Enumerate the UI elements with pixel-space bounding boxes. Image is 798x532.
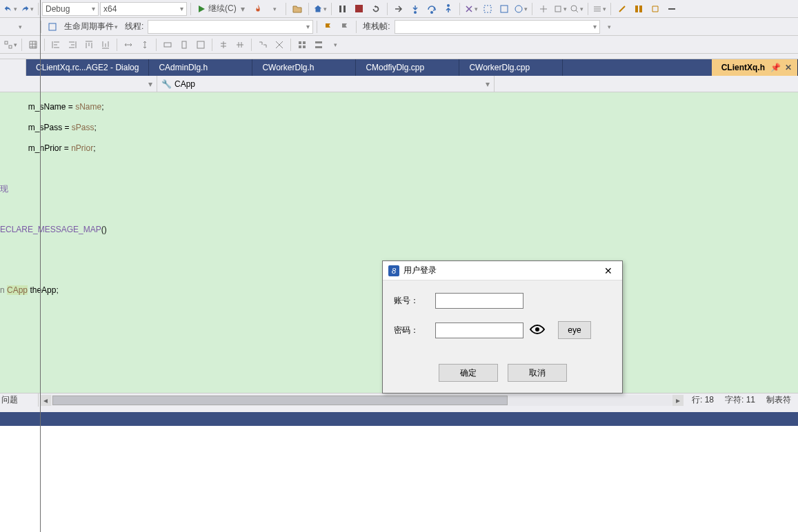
align-top-icon[interactable] — [81, 37, 97, 52]
process-dropdown[interactable] — [3, 19, 37, 34]
toolbar-row-3 — [0, 36, 798, 54]
debug-tool-2-icon[interactable] — [480, 1, 495, 17]
scroll-right-icon[interactable]: ▸ — [672, 395, 684, 406]
eye-button[interactable]: eye — [558, 321, 591, 339]
align-bottom-icon[interactable] — [98, 37, 113, 52]
app-icon: 8 — [388, 265, 399, 276]
grid-icon[interactable] — [26, 37, 41, 52]
tool-d-icon[interactable] — [592, 1, 607, 17]
hot-reload-dropdown[interactable] — [267, 1, 282, 17]
align-right-icon[interactable] — [65, 37, 80, 52]
space-h-icon[interactable] — [121, 37, 136, 52]
svg-point-4 — [430, 11, 433, 14]
tab-order-icon[interactable] — [255, 37, 270, 52]
tab-cworkerdlg-h[interactable]: CWorkerDlg.h — [252, 59, 356, 76]
document-tab-strip: CLientXq.rc...AGE2 - Dialog CAdminDlg.h … — [0, 59, 798, 76]
platform-dropdown[interactable]: x64 — [100, 2, 187, 16]
svg-rect-0 — [339, 6, 341, 12]
flag-icon-2[interactable] — [337, 19, 352, 34]
tool-e-icon[interactable] — [615, 1, 630, 17]
scroll-left-icon[interactable]: ◂ — [40, 395, 51, 406]
lifecycle-label[interactable]: 生命周期事件 — [64, 21, 118, 32]
layout-list-icon[interactable] — [311, 37, 326, 52]
navigation-bar: ▾ 🔧CApp▾ — [0, 76, 798, 92]
tool-c-icon[interactable] — [569, 1, 584, 17]
same-width-icon[interactable] — [160, 37, 175, 52]
lifecycle-icon[interactable] — [45, 19, 60, 34]
horizontal-scrollbar[interactable]: ◂ ▸ — [40, 395, 684, 406]
layout-tool-1[interactable] — [3, 37, 18, 52]
layout-grid-icon[interactable] — [295, 37, 310, 52]
vertical-divider — [40, 0, 41, 532]
thread-dropdown[interactable] — [148, 20, 313, 34]
svg-rect-19 — [299, 41, 301, 44]
dialog-titlebar[interactable]: 8 用户登录 ✕ — [383, 261, 622, 280]
tab-cadmindlg-h[interactable]: CAdminDlg.h — [149, 59, 252, 76]
undo-button[interactable] — [3, 1, 18, 17]
account-input[interactable] — [435, 293, 523, 309]
center-v-icon[interactable] — [232, 37, 248, 52]
tool-f-icon[interactable] — [631, 1, 646, 17]
guides-icon[interactable] — [272, 37, 287, 52]
tool-h-icon[interactable] — [664, 1, 679, 17]
status-line: 行: 18 — [692, 394, 714, 406]
show-next-statement-icon[interactable] — [391, 1, 406, 17]
debug-tool-1-icon[interactable] — [463, 1, 479, 17]
space-v-icon[interactable] — [137, 37, 152, 52]
pin-icon[interactable]: 📌 — [770, 63, 781, 72]
layout-more-icon[interactable] — [328, 37, 343, 52]
svg-rect-18 — [197, 41, 204, 48]
tab-dialog-resource[interactable]: CLientXq.rc...AGE2 - Dialog — [26, 59, 149, 76]
svg-rect-23 — [315, 41, 322, 43]
tool-b-icon[interactable] — [552, 1, 568, 17]
close-icon[interactable]: ✕ — [785, 63, 792, 72]
issues-indicator[interactable]: 问题 — [0, 393, 39, 407]
scroll-thumb[interactable] — [52, 396, 508, 405]
tab-cworkerdlg-cpp[interactable]: CWorkerDlg.cpp — [459, 59, 563, 76]
open-folder-icon[interactable] — [290, 1, 305, 17]
restart-icon[interactable] — [368, 1, 383, 17]
same-height-icon[interactable] — [177, 37, 192, 52]
svg-rect-13 — [49, 23, 56, 30]
cancel-button[interactable]: 取消 — [508, 364, 567, 382]
tool-g-icon[interactable] — [648, 1, 663, 17]
continue-button[interactable]: 继续(C)▾ — [194, 1, 249, 17]
stackframe-dropdown[interactable] — [395, 20, 600, 34]
scope-dropdown-left[interactable]: ▾ — [0, 76, 157, 92]
debug-tool-4-icon[interactable] — [513, 1, 528, 17]
toolbar-row-2: 生命周期事件 线程: 堆栈帧: — [0, 18, 798, 36]
class-dropdown[interactable]: 🔧CApp▾ — [157, 76, 495, 92]
svg-point-10 — [571, 6, 577, 11]
tool-a-icon[interactable] — [536, 1, 551, 17]
hot-reload-icon[interactable] — [250, 1, 266, 17]
step-out-icon[interactable] — [441, 1, 456, 17]
pause-icon[interactable] — [335, 1, 350, 17]
tab-clientxq-h[interactable]: CLientXq.h📌✕ — [712, 59, 798, 76]
svg-rect-14 — [5, 41, 8, 44]
redo-button[interactable] — [19, 1, 34, 17]
tab-cmodfiydlg-cpp[interactable]: CModfiyDlg.cpp — [356, 59, 459, 76]
toolbar-row-1: Debug x64 继续(C)▾ — [0, 0, 798, 18]
align-left-icon[interactable] — [48, 37, 63, 52]
home-icon[interactable] — [312, 1, 328, 17]
eye-icon[interactable] — [529, 324, 546, 337]
step-over-icon[interactable] — [424, 1, 439, 17]
step-into-icon[interactable] — [408, 1, 423, 17]
center-h-icon[interactable] — [216, 37, 231, 52]
same-size-icon[interactable] — [193, 37, 208, 52]
password-input[interactable] — [435, 323, 523, 338]
account-label: 账号： — [394, 295, 435, 307]
svg-point-3 — [414, 11, 417, 14]
config-dropdown[interactable]: Debug — [42, 2, 99, 16]
ok-button[interactable]: 确定 — [439, 364, 498, 382]
stop-icon[interactable] — [352, 1, 367, 17]
member-dropdown[interactable] — [495, 76, 798, 92]
svg-rect-12 — [639, 6, 642, 12]
login-dialog: 8 用户登录 ✕ 账号： 密码： eye 确定 取消 — [382, 260, 623, 393]
status-char: 字符: 11 — [725, 394, 755, 406]
debug-tool-3-icon[interactable] — [497, 1, 512, 17]
stackframe-nav[interactable] — [601, 19, 617, 34]
flag-icon-1[interactable] — [321, 19, 336, 34]
editor-bottom-bar: 问题 ◂ ▸ 行: 18 字符: 11 制表符 — [0, 393, 798, 407]
dialog-close-icon[interactable]: ✕ — [600, 265, 617, 276]
